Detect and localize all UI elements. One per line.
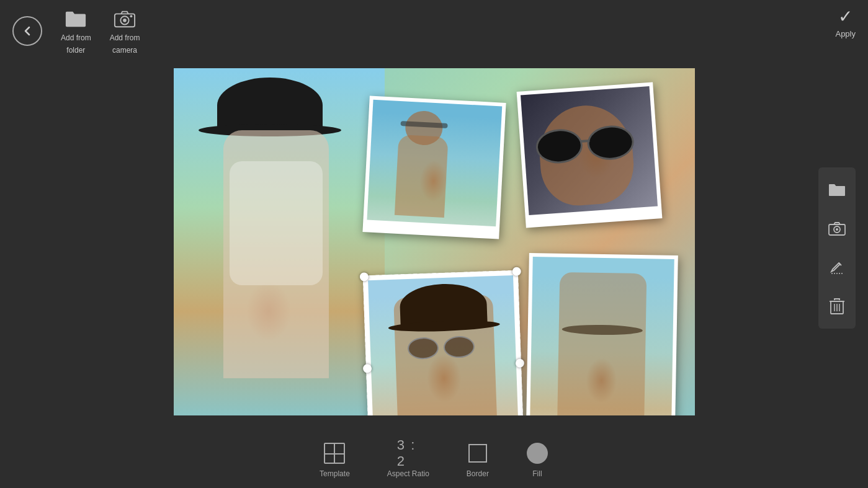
aspect-ratio-tool[interactable]: 3 : 2 Aspect Ratio [387, 442, 429, 478]
add-from-camera-line1: Add from [110, 33, 140, 42]
sidebar-folder-button[interactable] [825, 180, 849, 200]
sidebar-camera-button[interactable] [825, 219, 849, 239]
collage-canvas [174, 68, 695, 415]
add-from-folder-line2: folder [66, 46, 85, 55]
add-from-camera-button[interactable]: Add from camera [110, 7, 140, 55]
border-tool[interactable]: Border [467, 442, 489, 478]
photo-card-1[interactable] [362, 95, 506, 239]
svg-point-6 [836, 228, 838, 231]
right-sidebar [818, 167, 856, 329]
aspect-ratio-icon: 3 : 2 [397, 442, 419, 464]
top-toolbar: Add from folder Add from camera ✓ Apply [0, 0, 868, 62]
fill-label: Fill [532, 469, 542, 478]
add-from-folder-button[interactable]: Add from folder [61, 7, 91, 55]
camera-icon [114, 7, 136, 30]
template-tool[interactable]: Template [320, 442, 350, 478]
folder-icon [65, 7, 87, 30]
photo-card-2[interactable] [517, 82, 663, 228]
apply-label: Apply [835, 29, 856, 38]
add-from-camera-line2: camera [112, 46, 137, 55]
svg-point-3 [130, 15, 133, 17]
apply-button[interactable]: ✓ Apply [835, 6, 856, 38]
back-button[interactable] [12, 16, 42, 46]
bottom-toolbar: Template 3 : 2 Aspect Ratio Border Fill [0, 432, 868, 488]
border-icon [467, 442, 489, 464]
add-from-folder-line1: Add from [61, 33, 91, 42]
sidebar-delete-button[interactable] [825, 296, 849, 317]
sidebar-edit-button[interactable] [825, 257, 849, 278]
checkmark-icon: ✓ [838, 6, 852, 27]
photo-card-4[interactable] [526, 253, 678, 415]
photo-card-3-selected[interactable] [363, 270, 524, 415]
aspect-ratio-value: 3 : 2 [397, 437, 419, 469]
fill-icon [526, 442, 548, 464]
template-label: Template [320, 469, 350, 478]
svg-point-2 [123, 19, 127, 22]
aspect-ratio-label: Aspect Ratio [387, 469, 429, 478]
main-photo[interactable] [174, 68, 385, 415]
template-icon [323, 442, 346, 464]
handle-tl[interactable] [360, 272, 369, 281]
border-label: Border [467, 469, 489, 478]
fill-tool[interactable]: Fill [526, 442, 548, 478]
handle-ml[interactable] [363, 364, 372, 373]
